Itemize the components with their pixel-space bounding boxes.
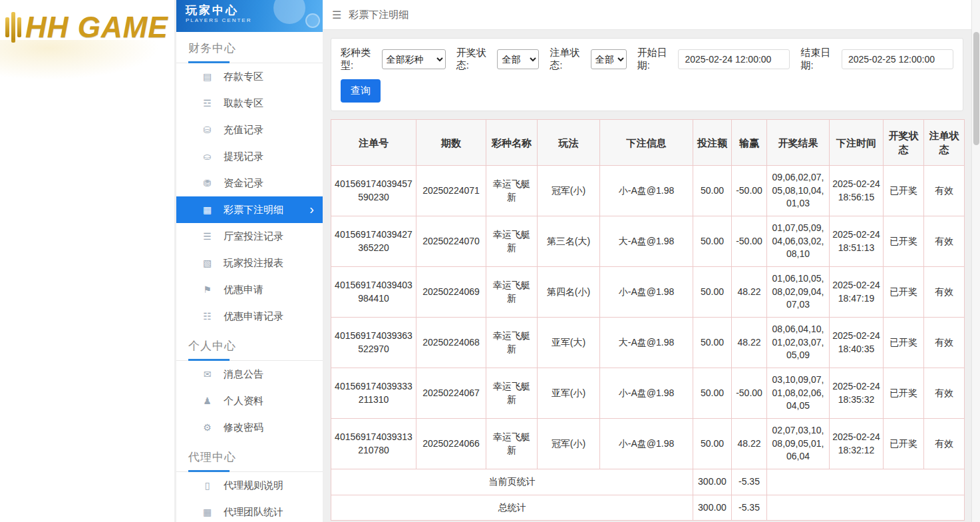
table-cell: 401569174039457590230 (331, 166, 416, 216)
announcement-icon: ✉ (202, 369, 213, 380)
summary-bet-total: 300.00 (693, 495, 732, 521)
sidebar-item-label: 资金记录 (224, 177, 263, 190)
table-cell: 幸运飞艇新 (486, 419, 538, 469)
sidebar-item-label: 个人资料 (224, 395, 263, 407)
table-cell: 08,06,04,10,01,02,03,07,05,09 (767, 318, 830, 368)
table-cell: 20250224069 (416, 267, 486, 318)
start-date-input[interactable] (678, 49, 790, 69)
table-row: 40156917403933321131020250224067幸运飞艇新亚军(… (331, 368, 965, 419)
table-cell: 幸运飞艇新 (486, 368, 538, 419)
table-cell: 已开奖 (884, 267, 924, 318)
deposit-icon: ▤ (202, 71, 213, 82)
draw-status-select[interactable]: 全部 (497, 49, 539, 69)
sidebar-item-label: 彩票下注明细 (224, 204, 283, 216)
sidebar-item[interactable]: ▧玩家投注报表 (176, 250, 323, 276)
summary-win-loss: -5.35 (732, 469, 767, 495)
table-cell: -50.00 (732, 166, 767, 216)
logo-bars-icon (5, 12, 21, 43)
table-row: 40156917403931321078020250224066幸运飞艇新冠军(… (331, 419, 965, 469)
query-button[interactable]: 查询 (341, 79, 381, 103)
sidebar-item[interactable]: ⛃资金记录 (176, 170, 323, 196)
column-header: 玩法 (538, 120, 600, 166)
sidebar-item[interactable]: ⚑优惠申请 (176, 276, 323, 303)
sidebar-item[interactable]: ⛀提现记录 (176, 143, 323, 170)
table-cell: 401569174039403984410 (331, 267, 416, 318)
sidebar-item-label: 优惠申请 (224, 284, 263, 296)
menu-toggle-icon[interactable]: ☰ (332, 9, 341, 21)
table-cell: 小-A盘@1.98 (600, 368, 693, 419)
page-title: 彩票下注明细 (349, 9, 408, 21)
filter-panel: 彩种类型: 全部彩种 开奖状态: 全部 注单状态: 全部 开始日期: 结束日期: (331, 38, 963, 111)
sidebar-item[interactable]: ▤存款专区 (176, 63, 323, 90)
table-cell: 401569174039363522970 (331, 318, 416, 368)
summary-row: 总统计300.00-5.35 (331, 495, 965, 521)
sidebar-item[interactable]: ⚙修改密码 (176, 414, 323, 441)
bet-status-label: 注单状态: (550, 47, 585, 72)
sidebar-item[interactable]: ☰厅室投注记录 (176, 223, 323, 250)
cashout-record-icon: ⛀ (202, 151, 213, 162)
table-cell: 已开奖 (884, 318, 924, 368)
draw-status-label: 开奖状态: (456, 47, 492, 72)
table-cell: -50.00 (732, 368, 767, 419)
table-cell: 401569174039333211310 (331, 368, 416, 419)
sidebar-item[interactable]: ▯代理规则说明 (176, 472, 323, 499)
table-cell: 幸运飞艇新 (486, 267, 538, 318)
vertical-scrollbar[interactable] (971, 0, 980, 522)
table-cell: 50.00 (693, 267, 732, 318)
table-cell: 50.00 (693, 368, 732, 419)
table-cell: -50.00 (732, 216, 767, 267)
bet-status-select[interactable]: 全部 (591, 49, 627, 69)
bet-records-table: 注单号期数彩种名称玩法下注信息投注额输赢开奖结果下注时间开奖状态注单状态 401… (331, 119, 965, 521)
planet-decor-small-icon (305, 13, 320, 28)
sidebar-item-label: 代理规则说明 (224, 479, 283, 492)
table-cell: 48.22 (732, 267, 767, 318)
sidebar-item[interactable]: ▦彩票下注明细› (176, 196, 323, 223)
table-cell: 已开奖 (884, 368, 924, 419)
scrollbar-thumb[interactable] (973, 32, 979, 145)
sidebar-item[interactable]: ☲取款专区 (176, 90, 323, 117)
table-cell: 401569174039427365220 (331, 216, 416, 267)
table-cell: 2025-02-24 18:32:12 (830, 419, 884, 469)
sidebar-item-label: 厅室投注记录 (224, 230, 283, 243)
page-root: HH GAME 玩家中心 PLAYERS CENTER 财务中心▤存款专区☲取款… (0, 0, 980, 522)
table-cell: 亚军(大) (538, 318, 600, 368)
sidebar-item[interactable]: ♟个人资料 (176, 388, 323, 414)
sidebar-item[interactable]: ▦代理团队统计 (176, 499, 323, 522)
summary-label: 当前页统计 (331, 469, 693, 495)
table-cell: 大-A盘@1.98 (600, 216, 693, 267)
sidebar-section-title: 财务中心 (176, 32, 323, 63)
table-cell: 冠军(小) (538, 166, 600, 216)
summary-label: 总统计 (331, 495, 693, 521)
sidebar-item[interactable]: ☷优惠申请记录 (176, 303, 323, 330)
recharge-record-icon: ⛁ (202, 125, 213, 135)
table-cell: 有效 (924, 419, 965, 469)
table-cell: 已开奖 (884, 419, 924, 469)
table-cell: 有效 (924, 267, 965, 318)
table-cell: 01,07,05,09,04,06,03,02,08,10 (767, 216, 830, 267)
sidebar-section-title: 个人中心 (176, 330, 323, 361)
summary-empty (767, 495, 965, 521)
lottery-type-select[interactable]: 全部彩种 (382, 49, 446, 69)
table-cell: 2025-02-24 18:56:15 (830, 166, 884, 216)
lottery-bet-icon: ▦ (202, 204, 213, 215)
end-date-input[interactable] (842, 49, 953, 69)
table-cell: 已开奖 (884, 216, 924, 267)
promo-record-icon: ☷ (202, 311, 213, 322)
column-header: 下注信息 (600, 120, 693, 166)
table-cell: 2025-02-24 18:35:32 (830, 368, 884, 419)
sidebar-item-label: 代理团队统计 (224, 506, 283, 519)
content-area: 彩种类型: 全部彩种 开奖状态: 全部 注单状态: 全部 开始日期: 结束日期: (323, 30, 971, 522)
table-cell: 大-A盘@1.98 (600, 318, 693, 368)
table-row: 40156917403942736522020250224070幸运飞艇新第三名… (331, 216, 965, 267)
bet-records-table-card: 注单号期数彩种名称玩法下注信息投注额输赢开奖结果下注时间开奖状态注单状态 401… (331, 119, 963, 521)
sidebar-item-label: 消息公告 (224, 368, 263, 381)
sidebar-item[interactable]: ✉消息公告 (176, 361, 323, 388)
sidebar-menu: 财务中心▤存款专区☲取款专区⛁充值记录⛀提现记录⛃资金记录▦彩票下注明细›☰厅室… (176, 32, 323, 522)
table-cell: 有效 (924, 216, 965, 267)
table-cell: 50.00 (693, 216, 732, 267)
sidebar-item[interactable]: ⛁充值记录 (176, 117, 323, 143)
agent-rules-icon: ▯ (202, 480, 213, 491)
logo-glow (0, 40, 160, 80)
topbar: ☰ 彩票下注明细 (323, 0, 971, 30)
chevron-right-icon: › (309, 202, 314, 217)
